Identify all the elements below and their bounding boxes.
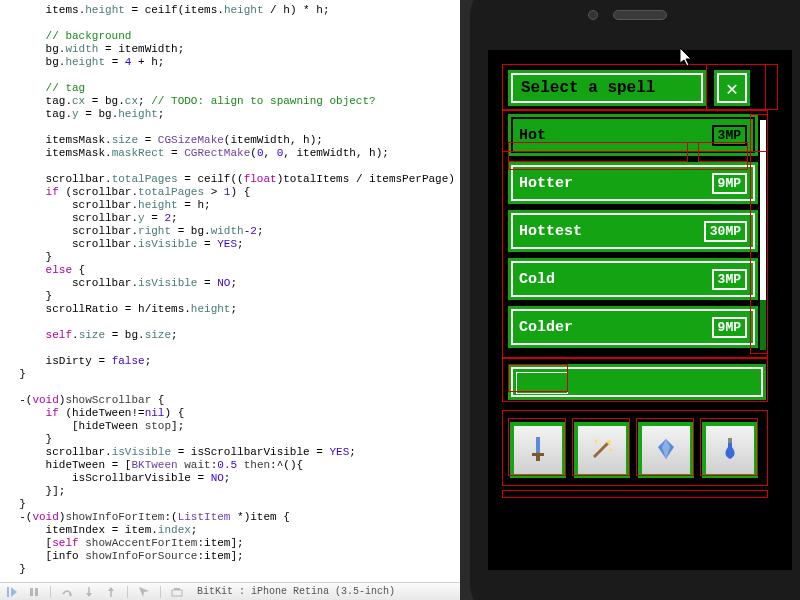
item-slot[interactable] [574,422,630,478]
spell-row[interactable]: Colder9MP [508,306,758,348]
info-bar-slot [517,373,567,393]
svg-marker-6 [86,593,92,597]
spell-title: Select a spell [508,70,706,106]
simulator-pane: Select a spell ✕ Hot3MPHotter9MPHottest3… [460,0,800,600]
device-screen[interactable]: Select a spell ✕ Hot3MPHotter9MPHottest3… [488,50,792,570]
spell-row[interactable]: Cold3MP [508,258,758,300]
spell-cost: 3MP [712,125,747,146]
separator [50,586,51,598]
spell-scrollbar-thumb[interactable] [760,120,766,300]
scheme-label[interactable]: BitKit : iPhone Retina (3.5-inch) [197,586,395,597]
spell-name: Cold [519,271,555,288]
scheme-icon [171,586,183,598]
spell-name: Hotter [519,175,573,192]
svg-rect-3 [35,588,38,596]
svg-rect-0 [7,587,9,597]
spell-scrollbar[interactable] [760,120,766,350]
svg-rect-11 [174,588,180,590]
spell-title-label: Select a spell [521,79,655,97]
info-bar [508,364,766,400]
sword-icon [524,435,552,466]
spell-row[interactable]: Hotter9MP [508,162,758,204]
svg-line-15 [594,443,608,457]
svg-marker-9 [139,587,149,597]
spell-cost: 9MP [712,173,747,194]
wand-icon [588,435,616,466]
location-icon[interactable] [138,586,150,598]
device-camera [588,10,598,20]
svg-rect-13 [532,453,544,456]
spell-cost: 9MP [712,317,747,338]
gem-icon [652,435,680,466]
spell-list[interactable]: Hot3MPHotter9MPHottest30MPCold3MPColder9… [508,114,758,354]
code-editor[interactable]: items.height = ceilf(items.height / h) *… [0,0,460,580]
close-icon: ✕ [726,76,738,101]
separator [160,586,161,598]
spell-name: Colder [519,319,573,336]
svg-point-18 [610,448,613,451]
spell-cost: 3MP [712,269,747,290]
close-button[interactable]: ✕ [714,70,750,106]
device-speaker [613,10,667,20]
spell-name: Hottest [519,223,582,240]
spell-row[interactable]: Hottest30MP [508,210,758,252]
item-slot[interactable] [702,422,758,478]
step-over-icon[interactable] [61,586,73,598]
debug-rect [502,490,768,498]
item-slot-row [510,422,758,478]
pause-icon[interactable] [28,586,40,598]
svg-point-16 [607,440,611,444]
step-out-icon[interactable] [105,586,117,598]
item-slot[interactable] [510,422,566,478]
spell-name: Hot [519,127,546,144]
spell-cost: 30MP [704,221,747,242]
svg-marker-8 [108,587,114,591]
continue-icon[interactable] [6,586,18,598]
svg-marker-4 [69,594,72,597]
potion-icon [716,435,744,466]
item-slot[interactable] [638,422,694,478]
separator [127,586,128,598]
svg-rect-14 [536,456,540,461]
svg-marker-1 [11,587,17,597]
svg-rect-10 [172,590,182,596]
svg-rect-21 [728,438,732,443]
step-into-icon[interactable] [83,586,95,598]
debug-toolbar: BitKit : iPhone Retina (3.5-inch) [0,582,460,600]
svg-rect-12 [536,437,540,453]
svg-point-17 [595,439,598,442]
svg-rect-2 [30,588,33,596]
code-editor-pane[interactable]: items.height = ceilf(items.height / h) *… [0,0,460,600]
spell-row[interactable]: Hot3MP [508,114,758,156]
device-frame: Select a spell ✕ Hot3MPHotter9MPHottest3… [470,0,800,600]
